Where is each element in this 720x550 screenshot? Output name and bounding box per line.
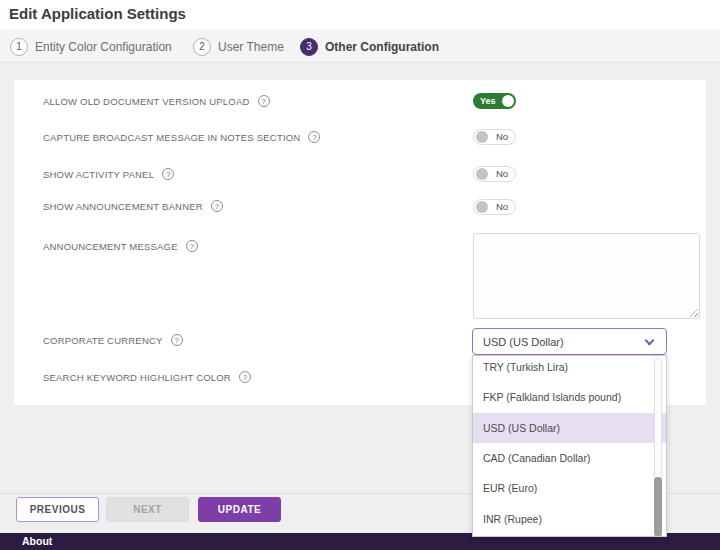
help-icon[interactable]: ?: [211, 200, 223, 212]
toggle-knob: [476, 168, 488, 180]
step-entity-color-configuration[interactable]: 1 Entity Color Configuration: [10, 30, 172, 63]
wizard-stepper: 1 Entity Color Configuration 2 User Them…: [0, 30, 720, 63]
toggle-state-label: No: [496, 168, 508, 179]
currency-option-usd-selected[interactable]: USD (US Dollar): [473, 413, 666, 443]
toggle-show-activity-panel[interactable]: No: [473, 166, 516, 182]
toggle-knob: [502, 95, 514, 107]
currency-option-try[interactable]: TRY (Turkish Lira): [473, 355, 666, 382]
toggle-capture-broadcast-message[interactable]: No: [473, 129, 516, 145]
toggle-state-label: No: [496, 131, 508, 142]
edit-application-settings-page: Edit Application Settings 1 Entity Color…: [0, 0, 720, 550]
step-2-label: User Theme: [218, 40, 284, 54]
help-icon[interactable]: ?: [308, 131, 320, 143]
next-button[interactable]: NEXT: [106, 497, 189, 522]
currency-option-eur[interactable]: EUR (Euro): [473, 473, 666, 503]
currency-option-inr[interactable]: INR (Rupee): [473, 503, 666, 533]
setting-label-show-activity-panel: SHOW ACTIVITY PANEL ?: [43, 168, 174, 180]
previous-button[interactable]: PREVIOUS: [16, 497, 99, 522]
help-icon[interactable]: ?: [171, 334, 183, 346]
step-3-circle: 3: [300, 38, 318, 56]
toggle-show-announcement-banner[interactable]: No: [473, 199, 516, 215]
currency-option-fkp[interactable]: FKP (Falkland Islands pound): [473, 382, 666, 412]
help-icon[interactable]: ?: [162, 168, 174, 180]
setting-label-capture-broadcast-message: CAPTURE BROADCAST MESSAGE IN NOTES SECTI…: [43, 131, 320, 143]
setting-label-search-keyword-highlight-color: SEARCH KEYWORD HIGHLIGHT COLOR ?: [43, 371, 251, 383]
selected-currency-value: USD (US Dollar): [483, 336, 564, 348]
toggle-knob: [476, 201, 488, 213]
title-bar: Edit Application Settings: [0, 0, 720, 30]
help-icon[interactable]: ?: [258, 95, 270, 107]
dropdown-scrollbar-thumb[interactable]: [654, 477, 662, 537]
help-icon[interactable]: ?: [186, 240, 198, 252]
toggle-allow-old-document-version-upload[interactable]: Yes: [473, 93, 516, 109]
about-link[interactable]: About: [22, 533, 52, 550]
announcement-message-textarea[interactable]: [473, 233, 700, 319]
step-other-configuration[interactable]: 3 Other Configuration: [300, 30, 439, 63]
step-1-circle: 1: [10, 38, 28, 56]
setting-label-allow-old-document-version-upload: ALLOW OLD DOCUMENT VERSION UPLOAD ?: [43, 95, 270, 107]
setting-label-corporate-currency: CORPORATE CURRENCY ?: [43, 334, 183, 346]
corporate-currency-select[interactable]: USD (US Dollar): [472, 328, 667, 355]
dropdown-scrollbar-track[interactable]: [654, 358, 662, 534]
setting-label-show-announcement-banner: SHOW ANNOUNCEMENT BANNER ?: [43, 200, 223, 212]
step-user-theme[interactable]: 2 User Theme: [193, 30, 284, 63]
chevron-down-icon: [645, 336, 655, 346]
update-button[interactable]: UPDATE: [198, 497, 281, 522]
step-1-label: Entity Color Configuration: [35, 40, 172, 54]
page-title: Edit Application Settings: [9, 5, 186, 22]
toggle-state-label: Yes: [480, 96, 496, 106]
help-icon[interactable]: ?: [239, 371, 251, 383]
setting-label-announcement-message: ANNOUNCEMENT MESSAGE ?: [43, 240, 198, 252]
toggle-knob: [476, 131, 488, 143]
toggle-state-label: No: [496, 201, 508, 212]
step-2-circle: 2: [193, 38, 211, 56]
currency-dropdown-list: TRY (Turkish Lira) FKP (Falkland Islands…: [472, 355, 667, 537]
step-3-label: Other Configuration: [325, 40, 439, 54]
currency-option-cad[interactable]: CAD (Canadian Dollar): [473, 443, 666, 473]
